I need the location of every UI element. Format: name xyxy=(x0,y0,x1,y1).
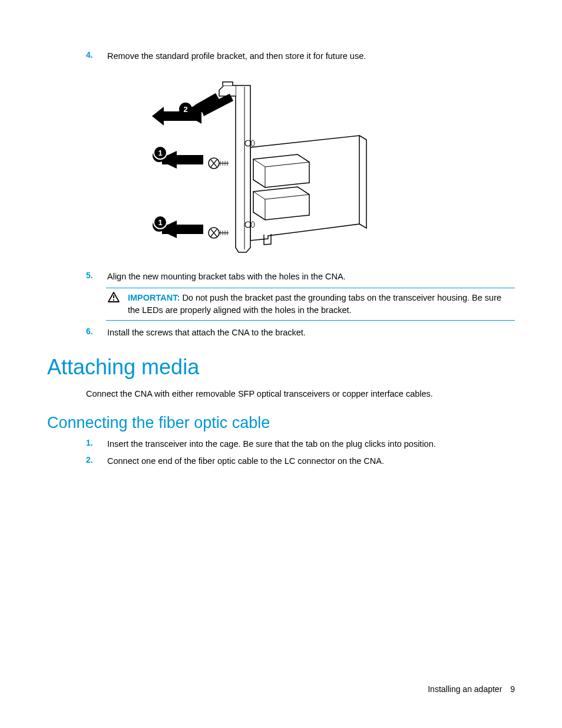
svg-point-1 xyxy=(251,140,254,146)
heading-attaching-media: Attaching media xyxy=(47,355,515,380)
body-paragraph: Connect the CNA with either removable SF… xyxy=(47,388,515,400)
step-5: 5. Align the new mounting bracket tabs w… xyxy=(47,271,515,282)
step-text: Insert the transceiver into the cage. Be… xyxy=(107,438,436,450)
step-text: Remove the standard profile bracket, and… xyxy=(107,50,366,62)
note-text: Do not push the bracket past the groundi… xyxy=(128,293,501,315)
step-6: 6. Install the screws that attach the CN… xyxy=(47,327,515,338)
bracket-figure-container: 2 1 1 2 1 1 xyxy=(47,74,515,259)
svg-text:1: 1 xyxy=(158,149,162,157)
step-number: 6. xyxy=(86,327,107,338)
svg-rect-20 xyxy=(113,295,114,298)
step-number: 2. xyxy=(86,455,107,467)
substep-1: 1. Insert the transceiver into the cage.… xyxy=(47,438,515,450)
step-number: 4. xyxy=(86,50,107,62)
bracket-removal-diagram: 2 1 1 2 1 1 xyxy=(147,74,371,256)
step-text: Install the screws that attach the CNA t… xyxy=(107,327,306,338)
step-number: 5. xyxy=(86,271,107,282)
step-text: Connect one end of the fiber optic cable… xyxy=(107,455,384,467)
note-text-container: IMPORTANT: Do not push the bracket past … xyxy=(128,292,515,317)
step-text: Align the new mounting bracket tabs with… xyxy=(107,271,346,282)
svg-text:1: 1 xyxy=(158,218,162,227)
note-label: IMPORTANT: xyxy=(128,293,180,302)
step-number: 1. xyxy=(86,438,107,450)
svg-point-3 xyxy=(251,222,254,228)
footer-page-number: 9 xyxy=(510,684,515,694)
important-note: IMPORTANT: Do not push the bracket past … xyxy=(106,288,515,321)
warning-icon xyxy=(108,292,120,306)
svg-text:2: 2 xyxy=(183,105,187,114)
step-4: 4. Remove the standard profile bracket, … xyxy=(47,50,515,62)
footer-section: Installing an adapter xyxy=(428,684,502,694)
heading-connecting-fiber: Connecting the fiber optic cable xyxy=(47,414,515,432)
substep-2: 2. Connect one end of the fiber optic ca… xyxy=(47,455,515,467)
svg-rect-21 xyxy=(113,299,114,301)
page-footer: Installing an adapter 9 xyxy=(428,684,515,694)
